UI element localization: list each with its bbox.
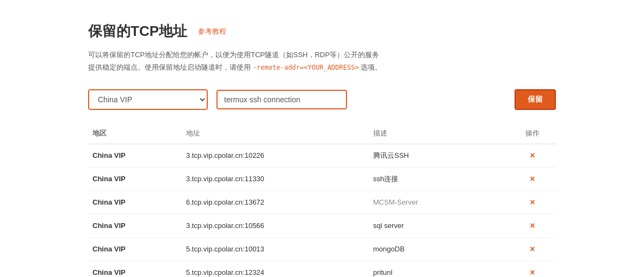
tcp-table: 地区 地址 描述 操作 China VIP 3.tcp.vip.cpolar.c… bbox=[88, 123, 556, 277]
page-title: 保留的TCP地址 bbox=[88, 22, 187, 41]
cell-addr: 3.tcp.vip.cpolar.cn:10226 bbox=[182, 144, 369, 167]
delete-button[interactable]: × bbox=[528, 174, 537, 184]
desc-line2-end: 选项。 bbox=[361, 63, 382, 71]
table-row: China VIP 6.tcp.vip.cpolar.cn:13672 MCSM… bbox=[88, 190, 556, 214]
cell-region: China VIP bbox=[88, 167, 182, 190]
cell-desc: pritunl bbox=[369, 261, 509, 277]
table-row: China VIP 5.tcp.vip.cpolar.cn:10013 mong… bbox=[88, 237, 556, 261]
cell-addr: 3.tcp.vip.cpolar.cn:11330 bbox=[182, 167, 369, 190]
cell-addr: 3.tcp.vip.cpolar.cn:10566 bbox=[182, 214, 369, 237]
delete-button[interactable]: × bbox=[528, 151, 537, 161]
cell-action: × bbox=[509, 237, 556, 261]
desc-line2: 提供稳定的端点。使用保留地址启动隧道时，请使用 bbox=[88, 63, 251, 71]
cell-region: China VIP bbox=[88, 190, 182, 214]
ref-link[interactable]: 参考教程 bbox=[198, 27, 226, 36]
cell-region: China VIP bbox=[88, 261, 182, 277]
cell-action: × bbox=[509, 144, 556, 167]
table-row: China VIP 3.tcp.vip.cpolar.cn:10226 腾讯云S… bbox=[88, 144, 556, 167]
cell-action: × bbox=[509, 190, 556, 214]
page-container: 保留的TCP地址 参考教程 可以将保留的TCP地址分配给您的帐户，以便为使用TC… bbox=[77, 0, 567, 277]
cell-addr: 5.tcp.vip.cpolar.cn:10013 bbox=[182, 237, 369, 261]
cell-desc: MCSM-Server bbox=[369, 190, 509, 214]
col-header-desc: 描述 bbox=[369, 123, 509, 144]
region-select[interactable]: China VIP China USA Europe bbox=[89, 90, 207, 109]
cell-desc: 腾讯云SSH bbox=[369, 144, 509, 167]
delete-button[interactable]: × bbox=[528, 198, 537, 207]
col-header-action: 操作 bbox=[509, 123, 556, 144]
cell-region: China VIP bbox=[88, 237, 182, 261]
desc-line1: 可以将保留的TCP地址分配给您的帐户，以便为使用TCP隧道（如SSH，RDP等）… bbox=[88, 51, 379, 59]
table-body: China VIP 3.tcp.vip.cpolar.cn:10226 腾讯云S… bbox=[88, 144, 556, 277]
cell-action: × bbox=[509, 214, 556, 237]
cell-desc: ssh连接 bbox=[369, 167, 509, 190]
cell-action: × bbox=[509, 167, 556, 190]
save-button[interactable]: 保留 bbox=[515, 89, 556, 110]
cell-region: China VIP bbox=[88, 144, 182, 167]
desc-code: -remote-addr=<YOUR_ADDRESS> bbox=[253, 64, 359, 71]
cell-desc: sql server bbox=[369, 214, 509, 237]
form-row: China VIP China USA Europe 保留 bbox=[88, 89, 556, 110]
cell-addr: 5.tcp.vip.cpolar.cn:12324 bbox=[182, 261, 369, 277]
table-row: China VIP 3.tcp.vip.cpolar.cn:11330 ssh连… bbox=[88, 167, 556, 190]
cell-action: × bbox=[509, 261, 556, 277]
table-row: China VIP 5.tcp.vip.cpolar.cn:12324 prit… bbox=[88, 261, 556, 277]
desc-input[interactable] bbox=[218, 91, 346, 108]
cell-desc: mongoDB bbox=[369, 237, 509, 261]
delete-button[interactable]: × bbox=[528, 244, 537, 254]
col-header-region: 地区 bbox=[88, 123, 182, 144]
region-select-wrapper: China VIP China USA Europe bbox=[88, 89, 208, 110]
col-header-addr: 地址 bbox=[182, 123, 369, 144]
cell-addr: 6.tcp.vip.cpolar.cn:13672 bbox=[182, 190, 369, 214]
table-row: China VIP 3.tcp.vip.cpolar.cn:10566 sql … bbox=[88, 214, 556, 237]
desc-input-wrapper bbox=[216, 90, 347, 109]
page-header: 保留的TCP地址 参考教程 bbox=[88, 22, 556, 41]
delete-button[interactable]: × bbox=[528, 268, 537, 277]
page-description: 可以将保留的TCP地址分配给您的帐户，以便为使用TCP隧道（如SSH，RDP等）… bbox=[88, 48, 556, 74]
cell-region: China VIP bbox=[88, 214, 182, 237]
delete-button[interactable]: × bbox=[528, 221, 537, 231]
table-header-row: 地区 地址 描述 操作 bbox=[88, 123, 556, 144]
